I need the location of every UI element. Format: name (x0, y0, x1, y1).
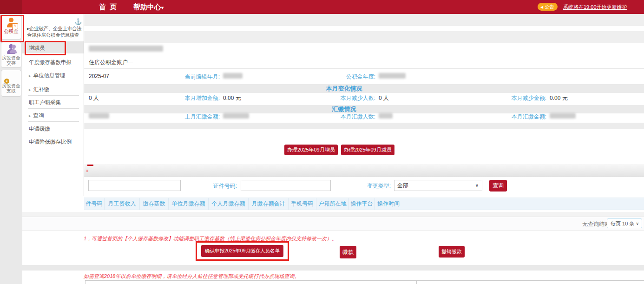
month-reduce-count-value: 0 人 (379, 94, 389, 102)
col-deposit-base: 缴存基数 (140, 198, 169, 210)
month-reduce-amount-label: 本月减少金额: (506, 94, 546, 102)
menu-divider (28, 69, 79, 69)
id-number-label: 证件号码: (196, 182, 237, 190)
blurred-month-remit-amount-value (550, 113, 576, 119)
blurred-last-month-remit-value (223, 113, 249, 119)
coins-icon: ¥ (6, 72, 16, 83)
anchor-pin-icon[interactable]: ⚓ (74, 18, 82, 25)
footer-band (22, 265, 644, 271)
sidebar-item-query[interactable]: ▸查询 (29, 112, 44, 119)
rail-item-gongjijin[interactable]: ✎ 公积金 (1, 15, 21, 40)
col-monthly-total: 月缴存额合计 (249, 198, 289, 210)
month-add-amount-label: 本月增加金额: (179, 94, 220, 102)
change-type-select[interactable]: 全部 ∨ (394, 180, 482, 191)
col-personal-monthly: 个人月缴存额 (209, 198, 249, 210)
query-button[interactable]: 查询 (489, 180, 507, 192)
col-op-time: 操作时间 (375, 198, 402, 210)
divider-band (0, 123, 644, 129)
remove-member-button[interactable]: 办理2025年09月减员 (341, 145, 394, 155)
bottom-table-line (85, 280, 85, 284)
menu-divider (28, 108, 79, 109)
page-header-band (0, 14, 644, 26)
blurred-month-remit-count-value (379, 113, 393, 119)
speaker-icon: ◀ (540, 5, 543, 9)
bottom-table-top-border (85, 280, 644, 281)
menu-divider (28, 56, 79, 56)
sidebar-item-defer-payment[interactable]: 申请缓缴 (29, 125, 50, 132)
add-member-button[interactable]: 办理2025年09月增员 (284, 145, 338, 155)
sidebar-item-annual-base[interactable]: 年度缴存基数申报 (29, 59, 72, 66)
flyout-menu-panel: ⚓ ▸企业破产、企业上市合法合规住房公积金信息核查 增减员 年度缴存基数申报 ▸… (22, 14, 84, 196)
current-period-value: 2025-07 (89, 73, 109, 79)
submenu-arrow-icon: ▸ (29, 87, 31, 92)
notice-badge[interactable]: ◀公告 (538, 3, 558, 11)
chevron-down-icon: ▾ (161, 5, 164, 10)
month-reduce-amount-value: 0.00 元 (550, 94, 568, 102)
bottom-table-line (240, 280, 240, 284)
cancel-pay-button[interactable]: 撤销缴款 (439, 246, 465, 258)
sidebar-item-huibujiao[interactable]: ▸汇补缴 (29, 86, 49, 93)
required-mark (86, 170, 88, 172)
page-size-select[interactable]: 每页 10 条 ∨ (607, 218, 642, 228)
month-remit-amount-label: 本月汇缴金额: (506, 113, 546, 121)
divider (0, 68, 644, 69)
history-query-note: 如需查询2018年以前单位缴存明细，请单位经办人前往任意管理部或受托银行代办点现… (84, 273, 299, 280)
menu-divider (28, 82, 79, 82)
change-type-label: 变更类型: (350, 182, 391, 190)
table-header-row: 件号码 月工资收入 缴存基数 单位月缴存额 个人月缴存额 月缴存额合计 手机号码… (84, 198, 644, 210)
sidebar-item-enterprise-check[interactable]: ▸企业破产、企业上市合法合规住房公积金信息核查 (27, 25, 84, 38)
sidebar-item-household-collect[interactable]: 职工户籍采集 (29, 99, 61, 106)
blurred-edit-month-value (223, 73, 243, 79)
rail-item-fanggai-zhiqu[interactable]: ¥ 房改资金 支取 (1, 70, 21, 97)
fund-year-label: 公积金年度: (335, 73, 375, 81)
maintenance-notice-link[interactable]: 系统将在19:00开始更新维护 (563, 4, 627, 11)
change-type-value: 全部 (397, 182, 408, 189)
icon-rail: ✎ 公积金 房改资金 交存 ¥ 房改资金 支取 (0, 14, 22, 284)
confirm-declare-button[interactable]: 确认申报2025年09月缴存人员名单 (201, 245, 283, 257)
col-platform: 操作平台 (349, 198, 375, 210)
nav-help-center[interactable]: 帮助中心▾ (133, 0, 164, 14)
coin-badge-icon: ¥ (4, 79, 9, 84)
col-id-number: 件号码 (84, 198, 105, 210)
app-window: 住房公积金账户一 2025-07 当前编辑年月: 公积金年度: 本月变化情况 0… (0, 0, 644, 284)
pay-button[interactable]: 缴款 (340, 246, 356, 258)
month-reduce-count-label: 本月减少人数: (335, 94, 375, 102)
sidebar-item-zengjianyuan[interactable]: 增减员 (29, 45, 45, 52)
rail-item-label: 支取 (1, 88, 21, 93)
id-number-input[interactable] (241, 180, 331, 191)
name-input[interactable] (88, 180, 181, 191)
bottom-table-line (416, 280, 417, 284)
no-results-text: 无查询结果 (582, 220, 610, 228)
rail-item-label: 房改资金 (1, 83, 21, 88)
menu-divider (28, 135, 79, 135)
menu-divider (28, 148, 79, 148)
nav-home[interactable]: 首 页 (99, 0, 118, 14)
tab-strip (0, 164, 644, 177)
menu-divider (28, 95, 79, 96)
remittance-section-title: 汇缴情况 (0, 105, 644, 113)
chevron-down-icon: ∨ (475, 180, 479, 191)
sidebar-item-unit-info[interactable]: ▸单位信息管理 (29, 72, 66, 79)
confirm-annotation-box: 确认申报2025年09月缴存人员名单 (196, 241, 289, 261)
person-edit-icon: ✎ (6, 18, 16, 28)
sidebar-item-lower-ratio[interactable]: 申请降低缴存比例 (29, 139, 72, 145)
header-corner (0, 0, 22, 14)
results-row: 无查询结果 每页 10 条 ∨ (22, 217, 644, 231)
col-phone: 手机号码 (289, 198, 316, 210)
month-remit-count-label: 本月汇缴人数: (335, 113, 375, 121)
rail-item-label: 交存 (1, 60, 21, 66)
page-size-value: 每页 10 条 (611, 221, 634, 226)
col-monthly-salary: 月工资收入 (105, 198, 140, 210)
rail-item-fanggai-jiaocun[interactable]: 房改资金 交存 (1, 42, 21, 68)
submenu-arrow-icon: ▸ (29, 73, 31, 78)
hidden-col-value: 0 人 (89, 94, 99, 102)
monthly-change-section-title: 本月变化情况 (0, 84, 644, 93)
blurred-hidden-col-value (89, 113, 109, 119)
edit-badge-icon: ✎ (12, 23, 18, 29)
col-unit-monthly: 单位月缴存额 (169, 198, 209, 210)
account-name-label: 住房公积金账户一 (89, 59, 133, 66)
blurred-company-name (89, 46, 163, 52)
menu-divider (28, 121, 79, 122)
submenu-arrow-icon: ▸ (29, 113, 31, 118)
col-household: 户籍所在地 (316, 198, 349, 210)
